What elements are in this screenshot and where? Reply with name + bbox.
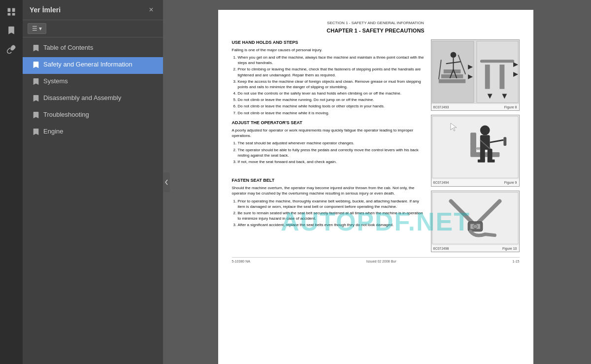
figure-9-box: 6C07J494 Figure 9 bbox=[431, 115, 520, 186]
sidebar-item-disassembly[interactable]: Disassembly and Assembly bbox=[23, 91, 163, 107]
list-item: When you get on and off the machine, alw… bbox=[238, 55, 426, 66]
sidebar-item-label: Disassembly and Assembly bbox=[43, 94, 121, 102]
sidebar-toolbar: ☰ ▾ bbox=[23, 20, 163, 37]
list-item: If not, move the seat forward and back, … bbox=[238, 159, 426, 165]
figure-8-box: 6C07J493 Figure 8 bbox=[431, 39, 520, 111]
section3-intro: Should the machine overturn, the operato… bbox=[232, 185, 426, 196]
sidebar-item-label: Table of Contents bbox=[43, 44, 93, 52]
sidebar-item-label: Engine bbox=[43, 128, 63, 136]
svg-rect-5 bbox=[438, 79, 465, 83]
footer-center: Issued 02 2008 Bur bbox=[366, 259, 396, 264]
svg-point-10 bbox=[450, 52, 456, 58]
list-item: Be sure to remain seated with the seat b… bbox=[238, 210, 426, 221]
pdf-page: AUTOPDF.NET SECTION 1 - SAFETY AND GENER… bbox=[218, 10, 533, 364]
section1-heading: USE HAND HOLDS AND STEPS bbox=[232, 39, 426, 45]
toolbar-pages-icon[interactable] bbox=[3, 4, 19, 20]
pdf-container[interactable]: AUTOPDF.NET SECTION 1 - SAFETY AND GENER… bbox=[163, 0, 591, 364]
sidebar-item-label: Systems bbox=[43, 77, 68, 86]
svg-rect-26 bbox=[480, 149, 485, 161]
collapse-handle[interactable] bbox=[163, 172, 170, 192]
section2-list: The seat should be adjusted whenever mac… bbox=[238, 140, 426, 165]
svg-rect-22 bbox=[470, 132, 476, 145]
list-item: The operator should be able to fully pre… bbox=[238, 147, 426, 158]
svg-rect-31 bbox=[503, 137, 506, 146]
svg-rect-28 bbox=[477, 160, 485, 163]
bookmark-list: Table of ContentsSafety and General Info… bbox=[23, 37, 163, 364]
bookmark-icon bbox=[33, 128, 39, 137]
sidebar-view-button[interactable]: ☰ ▾ bbox=[28, 23, 46, 34]
figure-8-image bbox=[431, 40, 519, 104]
sidebar-item-safety[interactable]: Safety and General Information bbox=[23, 57, 163, 74]
list-item: The seat should be adjusted whenever mac… bbox=[238, 140, 426, 146]
svg-rect-2 bbox=[8, 13, 11, 16]
figure-9-image bbox=[431, 115, 519, 179]
bookmark-icon bbox=[33, 61, 39, 70]
section3-heading: FASTEN SEAT BELT bbox=[232, 177, 426, 183]
sidebar-item-engine[interactable]: Engine bbox=[23, 124, 163, 141]
section1-list: When you get on and off the machine, alw… bbox=[238, 55, 426, 116]
sidebar-item-toc[interactable]: Table of Contents bbox=[23, 40, 163, 57]
section2-intro: A poorly adjusted for operator or work r… bbox=[232, 128, 426, 138]
pdf-chapter-header: CHAPTER 1 - SAFETY PRECAUTIONS bbox=[232, 27, 520, 34]
svg-rect-15 bbox=[476, 41, 518, 102]
svg-rect-0 bbox=[8, 8, 11, 12]
figure-10-image bbox=[431, 191, 519, 245]
pdf-image-column: 6C07J493 Figure 8 bbox=[431, 39, 520, 252]
svg-point-39 bbox=[473, 224, 478, 228]
svg-rect-1 bbox=[12, 8, 15, 12]
svg-point-24 bbox=[480, 126, 490, 135]
list-item: Prior to operating the machine, thorough… bbox=[238, 199, 426, 209]
fig9-label: Figure 9 bbox=[504, 180, 517, 185]
pdf-content: USE HAND HOLDS AND STEPS Falling is one … bbox=[232, 39, 520, 252]
fig10-label: Figure 10 bbox=[502, 246, 517, 251]
bookmark-icon bbox=[33, 78, 39, 87]
toolbar-links-icon[interactable] bbox=[3, 41, 19, 57]
section1-intro: Falling is one of the major causes of pe… bbox=[232, 47, 426, 53]
section2-heading: ADJUST THE OPERATOR'S SEAT bbox=[232, 120, 426, 126]
fig8-code: 6C07J493 bbox=[433, 105, 449, 109]
pdf-section-header: SECTION 1 - SAFETY AND GENERAL INFORMATI… bbox=[232, 21, 520, 26]
sidebar-header: Yer İmleri × bbox=[23, 0, 163, 20]
sidebar-title: Yer İmleri bbox=[30, 6, 61, 14]
svg-rect-3 bbox=[12, 13, 15, 16]
figure-10-box: 6C07J498 Figure 10 bbox=[431, 191, 520, 252]
list-item: Do not climb or leave the machine runnin… bbox=[238, 97, 426, 102]
list-item: Do not use the controls or the safety le… bbox=[238, 91, 426, 96]
pdf-text-column: USE HAND HOLDS AND STEPS Falling is one … bbox=[232, 39, 426, 252]
section3-list: Prior to operating the machine, thorough… bbox=[238, 199, 426, 228]
svg-rect-29 bbox=[487, 160, 494, 163]
sidebar-item-troubleshooting[interactable]: Troubleshooting bbox=[23, 107, 163, 124]
footer-right: 1-15 bbox=[512, 259, 519, 264]
footer-left: 5-10380 NA bbox=[232, 259, 250, 264]
svg-rect-17 bbox=[485, 65, 490, 89]
left-toolbar bbox=[0, 0, 23, 364]
sidebar-item-systems[interactable]: Systems bbox=[23, 74, 163, 91]
fig10-code: 6C07J498 bbox=[433, 246, 449, 251]
bookmark-icon bbox=[33, 44, 39, 54]
list-item: Prior to climbing or leaving the machine… bbox=[238, 66, 426, 77]
sidebar-item-label: Safety and General Information bbox=[43, 61, 132, 69]
sidebar-close-button[interactable]: × bbox=[146, 5, 156, 15]
bookmark-icon bbox=[33, 111, 39, 121]
pdf-footer: 5-10380 NA Issued 02 2008 Bur 1-15 bbox=[232, 257, 520, 264]
fig8-label: Figure 8 bbox=[504, 105, 517, 109]
svg-rect-27 bbox=[487, 149, 492, 161]
fig9-code: 6C07J494 bbox=[433, 180, 449, 185]
list-item: Keep the access to the machine clear of … bbox=[238, 79, 426, 90]
list-item: After a significant accident, replace th… bbox=[238, 222, 426, 228]
main-content: AUTOPDF.NET SECTION 1 - SAFETY AND GENER… bbox=[163, 0, 591, 364]
svg-rect-18 bbox=[499, 65, 504, 89]
sidebar-item-label: Troubleshooting bbox=[43, 111, 89, 119]
list-item: Do not climb or leave the machine while … bbox=[238, 110, 426, 116]
list-item: Do not climb or leave the machine while … bbox=[238, 103, 426, 109]
bookmark-icon bbox=[33, 95, 39, 104]
svg-rect-6 bbox=[441, 74, 463, 78]
toolbar-bookmarks-icon[interactable] bbox=[3, 23, 19, 38]
sidebar: Yer İmleri × ☰ ▾ Table of ContentsSafety… bbox=[23, 0, 163, 364]
svg-rect-16 bbox=[480, 60, 514, 63]
